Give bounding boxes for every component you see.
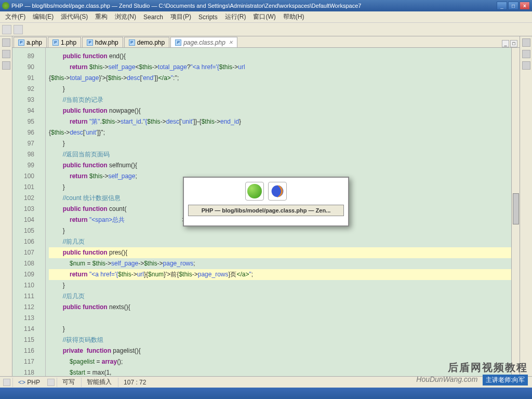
scrollbar-thumb[interactable]: [513, 193, 519, 224]
editor-tab[interactable]: Pdemo.php: [124, 37, 169, 47]
php-file-icon: P: [129, 39, 135, 46]
toolbar: [0, 23, 532, 36]
app-icon: [2, 2, 9, 9]
watermark-en: HouDunWang.com: [416, 375, 477, 383]
menu-item[interactable]: 帮助(H): [280, 11, 308, 22]
menu-item[interactable]: 编辑(E): [30, 11, 57, 22]
menu-bar: 文件(F)编辑(E)源代码(S)重构浏览(N)Search项目(P)Script…: [0, 11, 532, 23]
menu-item[interactable]: 浏览(N): [112, 11, 139, 22]
right-gutter: [520, 36, 532, 376]
tab-label: 1.php: [61, 39, 76, 46]
gutter-icon[interactable]: [2, 50, 10, 58]
editor-tab[interactable]: P1.php: [48, 37, 81, 47]
menu-item[interactable]: Search: [140, 12, 166, 22]
tab-max-icon[interactable]: □: [510, 40, 517, 47]
fold-gutter[interactable]: [38, 48, 46, 376]
title-bar: PHP — blog/libs/model/page.class.php — Z…: [0, 0, 532, 11]
close-button[interactable]: ×: [520, 2, 530, 10]
php-file-icon: P: [18, 39, 24, 46]
tool-icon[interactable]: [2, 25, 11, 34]
menu-item[interactable]: 文件(F): [2, 11, 29, 22]
maximize-button[interactable]: □: [508, 2, 518, 10]
status-icon[interactable]: [3, 379, 10, 386]
gutter-icon[interactable]: [522, 61, 530, 70]
menu-item[interactable]: 运行(R): [222, 11, 249, 22]
tab-label: a.php: [26, 39, 42, 46]
php-file-icon: P: [52, 39, 59, 46]
vertical-scrollbar[interactable]: [511, 48, 520, 376]
tab-controls: _ □: [502, 40, 520, 47]
tab-min-icon[interactable]: _: [502, 40, 509, 47]
status-cursor-pos: 107 : 72: [118, 378, 151, 387]
alt-tab-popup[interactable]: PHP — blog/libs/model/page.class.php — Z…: [183, 177, 349, 227]
status-lang: <> PHP: [12, 378, 45, 387]
window-controls: _ □ ×: [497, 2, 530, 10]
gutter-icon[interactable]: [522, 50, 530, 58]
editor-tab[interactable]: Ppage.class.php✕: [170, 37, 237, 47]
gutter-icon[interactable]: [2, 61, 10, 70]
popup-label: PHP — blog/libs/model/page.class.php — Z…: [188, 205, 344, 216]
window-title: PHP — blog/libs/model/page.class.php — Z…: [11, 3, 497, 9]
line-numbers: 8990919293949596979899100101102103104105…: [12, 48, 38, 376]
minimize-button[interactable]: _: [497, 2, 507, 10]
watermark-cn: 后盾网视频教程: [416, 361, 528, 375]
editor-tab[interactable]: Phdw.php: [82, 37, 123, 47]
menu-item[interactable]: 重构: [92, 11, 111, 22]
watermark: 后盾网视频教程 HouDunWang.com 主讲老师:向军: [416, 361, 528, 385]
menu-item[interactable]: 窗口(W): [250, 11, 278, 22]
gutter-icon[interactable]: [522, 38, 530, 47]
watermark-teacher: 主讲老师:向军: [483, 375, 528, 385]
editor-tab[interactable]: Pa.php: [14, 37, 47, 47]
tool-icon[interactable]: [14, 25, 23, 34]
firefox-app-icon[interactable]: [268, 182, 287, 201]
menu-item[interactable]: 源代码(S): [58, 11, 91, 22]
zend-app-icon[interactable]: [245, 182, 264, 201]
tab-label: hdw.php: [95, 39, 118, 46]
status-icon[interactable]: [47, 379, 55, 386]
tab-label: demo.php: [137, 39, 165, 46]
menu-item[interactable]: 项目(P): [167, 11, 194, 22]
tab-label: page.class.php: [183, 39, 225, 46]
status-insert: 智能插入: [81, 378, 117, 387]
php-file-icon: P: [175, 39, 181, 46]
taskbar[interactable]: [0, 388, 532, 399]
menu-item[interactable]: Scripts: [195, 12, 221, 22]
left-gutter: [0, 36, 12, 376]
php-file-icon: P: [87, 39, 93, 46]
status-writable: 可写: [57, 378, 80, 387]
gutter-icon[interactable]: [2, 38, 10, 47]
tab-bar: Pa.phpP1.phpPhdw.phpPdemo.phpPpage.class…: [12, 36, 520, 48]
close-tab-icon[interactable]: ✕: [229, 39, 233, 45]
